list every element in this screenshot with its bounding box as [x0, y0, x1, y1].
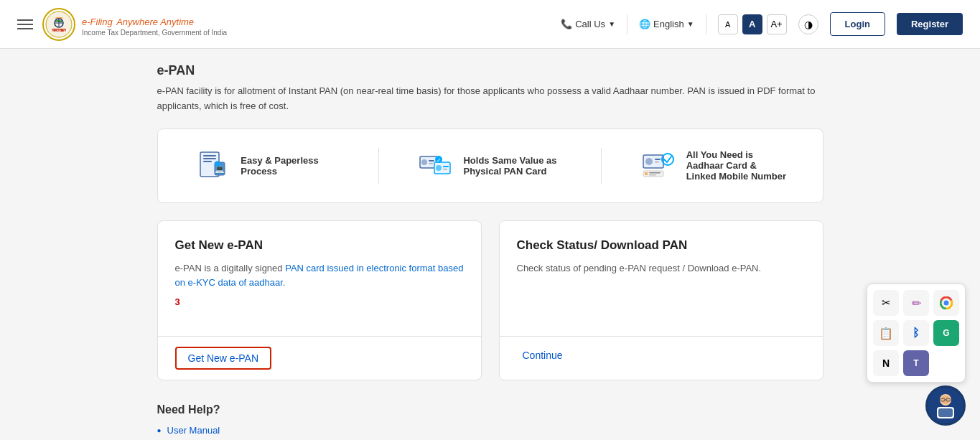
feature-text-aadhaar: All You Need is Aadhaar Card & Linked Mo…	[686, 149, 787, 182]
check-status-desc: Check status of pending e-PAN request / …	[517, 261, 806, 276]
check-status-footer: Continue	[500, 336, 823, 374]
get-new-epan-title: Get New e-PAN	[175, 238, 464, 253]
svg-rect-27	[655, 159, 661, 160]
pan-link[interactable]: PAN card issued in electronic format bas…	[175, 263, 464, 289]
pencil-icon-btn[interactable]: ✏	[903, 290, 929, 316]
logo-text: e-Filing Anywhere Anytime Income Tax Dep…	[82, 11, 227, 37]
svg-rect-10	[203, 158, 216, 159]
svg-rect-9	[203, 155, 216, 156]
language-nav[interactable]: 🌐 English ▼	[639, 19, 694, 29]
svg-rect-21	[443, 166, 449, 167]
get-new-epan-body: Get New e-PAN e-PAN is a digitally signe…	[158, 221, 481, 336]
feature-item-paperless: 💻 Easy & Paperless Process	[193, 146, 341, 185]
svg-rect-17	[429, 160, 434, 162]
get-new-epan-desc: e-PAN is a digitally signed PAN card iss…	[175, 261, 464, 291]
feature-sep-1	[378, 148, 379, 184]
floating-avatar[interactable]	[925, 385, 966, 426]
clipboard-icon-btn[interactable]: 📋	[873, 320, 899, 346]
holds-value-icon: ✓	[416, 146, 454, 185]
logo-tagline: Anywhere Anytime	[116, 17, 194, 27]
font-large-btn[interactable]: A+	[767, 14, 787, 34]
get-new-epan-footer: Get New e-PAN	[158, 336, 481, 380]
header-right: 📞 Call Us ▼ 🌐 English ▼ A A A+ ◑ Login R…	[561, 12, 963, 36]
logo-title-text: e-Filing	[82, 17, 113, 27]
feature-sep-2	[601, 148, 602, 184]
header: 🇮🇳 INCOME TAX e-Filing Anywhere Anytime …	[0, 0, 980, 49]
get-new-epan-card: Get New e-PAN e-PAN is a digitally signe…	[157, 220, 482, 380]
language-chevron: ▼	[687, 20, 694, 28]
svg-point-14	[215, 161, 220, 167]
logo-area: 🇮🇳 INCOME TAX e-Filing Anywhere Anytime …	[42, 7, 227, 42]
globe-icon: 🌐	[639, 19, 650, 29]
teams-icon-btn[interactable]: T	[903, 350, 929, 376]
help-user-manual[interactable]: User Manual	[157, 425, 823, 436]
call-us-chevron: ▼	[608, 20, 615, 28]
logo-title: e-Filing Anywhere Anytime	[82, 11, 227, 29]
svg-point-26	[645, 158, 653, 165]
svg-rect-32	[649, 172, 661, 174]
svg-point-16	[421, 159, 427, 165]
font-small-btn[interactable]: A	[718, 14, 738, 34]
notion-icon-btn[interactable]: N	[873, 350, 899, 376]
paperless-icon: 💻	[193, 146, 232, 185]
svg-text:✓: ✓	[437, 156, 442, 163]
svg-point-35	[944, 301, 949, 306]
floating-toolbar: ✂ ✏ 📋 ᛒ G N T	[867, 284, 966, 383]
feature-text-holds: Holds Same Value as Physical PAN Card	[463, 155, 564, 177]
check-status-body: Check Status/ Download PAN Check status …	[500, 221, 823, 336]
get-new-epan-button[interactable]: Get New e-PAN	[175, 347, 272, 370]
feature-item-holds: ✓ Holds Same Value as Physical PAN Card	[416, 146, 564, 185]
main-content: e-PAN e-PAN facility is for allotment of…	[146, 49, 835, 440]
bluetooth-icon-btn[interactable]: ᛒ	[903, 320, 929, 346]
separator-1	[627, 14, 627, 34]
svg-rect-18	[429, 163, 433, 164]
svg-rect-33	[649, 174, 656, 176]
header-left: 🇮🇳 INCOME TAX e-Filing Anywhere Anytime …	[17, 7, 227, 42]
svg-rect-43	[938, 408, 953, 417]
svg-rect-22	[443, 169, 447, 170]
page-title: e-PAN	[157, 63, 823, 78]
check-status-card: Check Status/ Download PAN Check status …	[499, 220, 823, 380]
feature-text-paperless: Easy & Paperless Process	[241, 155, 341, 177]
check-status-title: Check Status/ Download PAN	[517, 238, 806, 253]
contrast-icon: ◑	[804, 19, 813, 30]
page-description: e-PAN facility is for allotment of Insta…	[157, 84, 823, 114]
aadhaar-icon	[639, 146, 678, 185]
svg-text:INCOME TAX: INCOME TAX	[50, 28, 68, 32]
font-controls: A A A+	[718, 14, 787, 34]
logo-emblem: 🇮🇳 INCOME TAX	[42, 7, 76, 42]
font-normal-btn[interactable]: A	[742, 14, 762, 34]
get-new-epan-badge: 3	[175, 296, 464, 307]
feature-item-aadhaar: All You Need is Aadhaar Card & Linked Mo…	[639, 146, 787, 185]
phone-icon: 📞	[561, 19, 572, 29]
svg-rect-31	[645, 172, 648, 175]
hamburger-menu[interactable]	[17, 19, 33, 29]
continue-button[interactable]: Continue	[517, 347, 569, 364]
grammarly-icon-btn[interactable]: G	[933, 320, 959, 346]
cut-icon-btn[interactable]: ✂	[873, 290, 899, 316]
register-button[interactable]: Register	[897, 13, 963, 35]
cards-row: Get New e-PAN e-PAN is a digitally signe…	[157, 220, 823, 380]
chrome-icon-btn[interactable]	[933, 290, 959, 316]
contrast-btn[interactable]: ◑	[798, 14, 818, 34]
svg-point-20	[436, 165, 442, 171]
logo-subtitle: Income Tax Department, Government of Ind…	[82, 29, 227, 37]
svg-rect-11	[203, 161, 212, 162]
svg-rect-28	[655, 162, 659, 163]
login-button[interactable]: Login	[830, 12, 885, 36]
language-label: English	[653, 19, 684, 29]
call-us-nav[interactable]: 📞 Call Us ▼	[561, 19, 615, 29]
separator-2	[706, 14, 706, 34]
help-section: Need Help? User Manual FAQs	[157, 403, 823, 440]
help-list: User Manual FAQs	[157, 425, 823, 440]
features-card: 💻 Easy & Paperless Process	[157, 128, 823, 203]
call-us-label: Call Us	[575, 19, 605, 29]
help-title: Need Help?	[157, 403, 823, 416]
avatar-image	[928, 388, 963, 423]
